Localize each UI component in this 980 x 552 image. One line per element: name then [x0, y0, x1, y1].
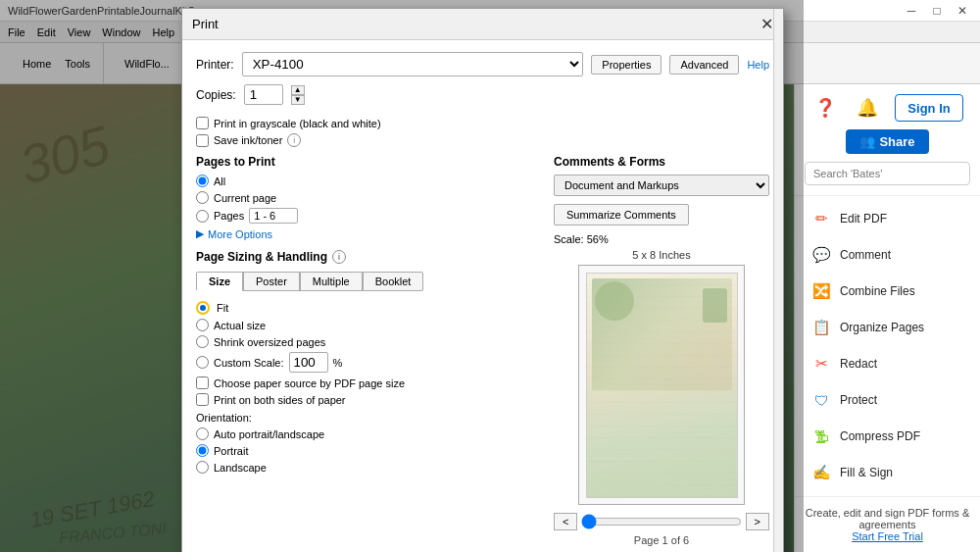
next-page-button[interactable]: > [746, 513, 769, 530]
preview-nav-row: < > [554, 513, 769, 530]
print-dialog: Print ✕ Printer: XP-4100 Properties Adva… [181, 8, 784, 552]
start-free-trial-button[interactable]: Start Free Trial [852, 530, 923, 542]
tool-organize-pages[interactable]: 📋 Organize Pages [799, 310, 976, 345]
more-options-row[interactable]: ▶ More Options [196, 227, 538, 240]
organize-pages-icon: 📋 [810, 317, 832, 338]
printer-label: Printer: [196, 58, 234, 72]
copies-up-button[interactable]: ▲ [291, 85, 305, 95]
pages-range-row: Pages [196, 208, 538, 224]
actual-size-radio[interactable] [196, 319, 209, 331]
properties-button[interactable]: Properties [591, 55, 662, 75]
save-ink-label: Save ink/toner [214, 134, 282, 146]
maximize-button[interactable]: □ [927, 1, 947, 21]
dialog-left-column: Pages to Print All Current page Pages [196, 155, 538, 546]
custom-scale-row: Custom Scale: % [196, 352, 538, 373]
fill-sign-icon: ✍ [810, 462, 832, 483]
auto-portrait-radio[interactable] [196, 427, 209, 440]
scale-label: Scale: [554, 233, 584, 245]
dialog-close-button[interactable]: ✕ [760, 15, 773, 33]
all-pages-label: All [214, 176, 225, 187]
comments-select[interactable]: Document and Markups [554, 175, 769, 196]
window-controls: ─ □ ✕ [902, 1, 972, 21]
sizing-header: Page Sizing & Handling i [196, 250, 538, 264]
printer-select[interactable]: XP-4100 [242, 52, 584, 76]
print-both-sides-row: Print on both sides of paper [196, 393, 538, 406]
landscape-row: Landscape [196, 461, 538, 474]
tool-fill-sign[interactable]: ✍ Fill & Sign [799, 455, 976, 490]
grayscale-label: Print in grayscale (black and white) [214, 118, 381, 129]
organize-pages-label: Organize Pages [840, 321, 924, 334]
help-icon-button[interactable]: ❓ [811, 94, 839, 122]
sign-in-button[interactable]: Sign In [895, 94, 962, 122]
tool-edit-pdf[interactable]: ✏ Edit PDF [799, 201, 976, 236]
pages-range-label: Pages [214, 210, 244, 222]
dialog-scrollbar[interactable] [773, 9, 783, 552]
comment-icon: 💬 [810, 244, 832, 266]
fit-radio-selected [196, 301, 210, 315]
tool-compress-pdf[interactable]: 🗜 Compress PDF [799, 419, 976, 454]
current-page-radio[interactable] [196, 191, 209, 204]
actual-size-label: Actual size [214, 320, 266, 331]
edit-pdf-label: Edit PDF [840, 212, 887, 226]
print-both-sides-checkbox[interactable] [196, 393, 209, 406]
comments-forms-header: Comments & Forms [554, 155, 769, 169]
pages-range-radio[interactable] [196, 210, 209, 223]
dialog-title-bar: Print ✕ [182, 9, 783, 40]
sidebar-icon-row: ❓ 🔔 Sign In [805, 94, 970, 122]
notifications-icon-button[interactable]: 🔔 [854, 94, 881, 122]
dialog-body: Printer: XP-4100 Properties Advanced Hel… [182, 40, 783, 552]
window-close-button[interactable]: ✕ [953, 1, 972, 21]
tab-poster-button[interactable]: Poster [243, 272, 300, 291]
tab-multiple-button[interactable]: Multiple [300, 272, 363, 291]
search-input[interactable] [805, 162, 970, 185]
portrait-row: Portrait [196, 444, 538, 457]
minimize-button[interactable]: ─ [902, 1, 921, 21]
current-page-row: Current page [196, 191, 538, 204]
all-pages-radio[interactable] [196, 175, 209, 187]
tool-combine-files[interactable]: 🔀 Combine Files [799, 274, 976, 309]
advanced-button[interactable]: Advanced [669, 55, 739, 75]
compress-pdf-label: Compress PDF [840, 429, 920, 443]
shrink-oversized-radio[interactable] [196, 335, 209, 348]
current-page-label: Current page [214, 192, 276, 204]
sizing-info-icon[interactable]: i [332, 250, 346, 264]
shrink-oversized-row: Shrink oversized pages [196, 335, 538, 348]
share-button[interactable]: 👥 Share [846, 129, 928, 154]
tool-redact[interactable]: ✂ Redact [799, 346, 976, 381]
tab-booklet-button[interactable]: Booklet [363, 272, 424, 291]
scale-info: Scale: 56% [554, 233, 769, 245]
redact-label: Redact [840, 357, 877, 371]
protect-icon: 🛡 [810, 389, 832, 411]
more-options-arrow: ▶ [196, 227, 204, 240]
save-ink-row: Save ink/toner i [196, 133, 769, 147]
landscape-radio[interactable] [196, 461, 209, 474]
sidebar-footer: Create, edit and sign PDF forms & agreem… [795, 496, 980, 552]
save-ink-checkbox[interactable] [196, 134, 209, 147]
fit-row: Fit [196, 301, 538, 315]
print-both-sides-label: Print on both sides of paper [214, 394, 346, 406]
fit-label: Fit [217, 302, 228, 314]
tool-protect[interactable]: 🛡 Protect [799, 382, 976, 418]
dialog-title: Print [192, 17, 219, 31]
custom-scale-pct: % [333, 357, 343, 369]
redact-icon: ✂ [810, 353, 832, 375]
sidebar-top: ❓ 🔔 Sign In 👥 Share [795, 84, 980, 196]
pages-range-input[interactable] [249, 208, 298, 224]
summarize-comments-button[interactable]: Summarize Comments [554, 204, 689, 226]
print-preview-box [578, 265, 745, 505]
prev-page-button[interactable]: < [554, 513, 577, 530]
portrait-radio[interactable] [196, 444, 209, 457]
tab-size-button[interactable]: Size [196, 272, 243, 291]
choose-paper-checkbox[interactable] [196, 376, 209, 389]
custom-scale-input[interactable] [289, 352, 328, 373]
tool-comment[interactable]: 💬 Comment [799, 237, 976, 273]
help-link[interactable]: Help [747, 59, 769, 71]
copies-input[interactable] [244, 84, 283, 105]
page-slider[interactable] [581, 514, 741, 529]
custom-scale-radio[interactable] [196, 356, 209, 369]
copies-down-button[interactable]: ▼ [291, 95, 305, 105]
all-pages-row: All [196, 175, 538, 187]
grayscale-checkbox[interactable] [196, 117, 209, 129]
save-ink-info-icon[interactable]: i [287, 133, 301, 147]
share-label: Share [879, 134, 914, 149]
